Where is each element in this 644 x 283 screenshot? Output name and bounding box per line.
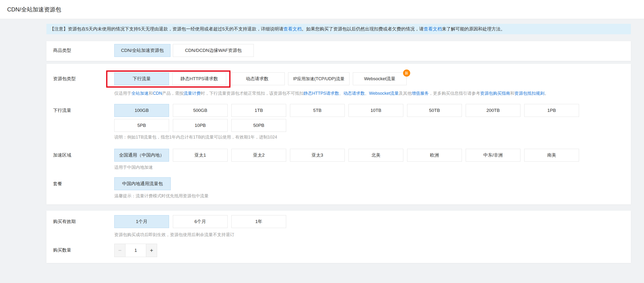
- text-segment: 【注意】资源包在5天内未使用的情况下支持5天无理由退款，资源包一经使用或者超过5…: [50, 26, 284, 32]
- inline-link[interactable]: 资源包购买指南: [480, 91, 510, 96]
- config-card: 资源包类型 下行流量 静态HTTPS请求数 动态请求数 IP应用加速(TCP/U…: [46, 64, 631, 204]
- package-type-options: 下行流量 静态HTTPS请求数 动态请求数 IP应用加速(TCP/UDP)流量 …: [114, 72, 407, 85]
- text-segment: ，更多购买信息指引请参考: [429, 91, 480, 96]
- option-region-south-america[interactable]: 南美: [524, 149, 579, 162]
- notice-bar: 【注意】资源包在5天内未使用的情况下支持5天无理由退款，资源包一经使用或者超过5…: [46, 24, 631, 34]
- inline-link[interactable]: 全站加速: [132, 91, 148, 96]
- traffic-options-line2: 5PB 10PB 50PB: [114, 119, 286, 132]
- option-500gb[interactable]: 500GB: [173, 104, 228, 117]
- validity-note: 资源包购买成功后即刻生效，资源包使用后剩余流量不支持退订: [114, 232, 234, 238]
- inline-link[interactable]: 增值服务: [412, 91, 429, 96]
- text-segment: 、: [339, 91, 343, 96]
- text-segment: 产品，需按: [162, 91, 184, 96]
- option-dynamic-requests[interactable]: 动态请求数: [230, 72, 285, 85]
- option-region-apac3[interactable]: 亚太3: [290, 149, 345, 162]
- package-type-description: 仅适用于全站加速和CDN产品，需按流量计费时，下行流量资源包才能正常抵扣，该资源…: [114, 90, 549, 96]
- inline-link[interactable]: 动态请求数: [343, 91, 365, 96]
- quantity-decrease-button[interactable]: −: [114, 244, 126, 257]
- plan-note: 温馨提示：流量计费模式时优先抵用资源包中流量: [114, 193, 208, 199]
- option-websocket-traffic[interactable]: Websocket流量: [353, 72, 407, 85]
- inline-link[interactable]: Websocket流量: [369, 91, 399, 96]
- app-header: CDN/全站加速资源包: [0, 0, 644, 19]
- inline-link[interactable]: 流量计费: [184, 91, 201, 96]
- option-6-months[interactable]: 6个月: [173, 215, 228, 228]
- option-100gb[interactable]: 100GB: [114, 104, 169, 117]
- text-segment: 时，下行流量资源包才能正常抵扣，该资源包不可抵扣: [201, 91, 304, 96]
- text-segment: 及其他: [399, 91, 412, 96]
- quantity-value[interactable]: 1: [126, 244, 146, 257]
- quantity-increase-button[interactable]: +: [146, 244, 157, 257]
- option-1-year[interactable]: 1年: [232, 215, 286, 228]
- option-10pb[interactable]: 10PB: [173, 119, 228, 132]
- text-segment: 来了解可能的原因和处理方法。: [442, 26, 505, 32]
- purchase-card: 购买有效期 1个月 6个月 1年 资源包购买成功后即刻生效，资源包使用后剩余流量…: [46, 211, 631, 263]
- option-1pb[interactable]: 1PB: [524, 104, 579, 117]
- row-label-quantity: 购买数量: [53, 244, 71, 256]
- inline-link[interactable]: 查看文档: [284, 26, 302, 32]
- option-region-middle-east-africa[interactable]: 中东/非洲: [466, 149, 520, 162]
- option-50tb[interactable]: 50TB: [407, 104, 462, 117]
- row-label-traffic: 下行流量: [53, 104, 71, 117]
- product-type-card: 商品类型 CDN/全站加速资源包 CDN/DCDN边缘WAF资源包: [46, 41, 631, 61]
- product-type-options: CDN/全站加速资源包 CDN/DCDN边缘WAF资源包: [114, 44, 254, 57]
- option-edge-waf-package[interactable]: CDN/DCDN边缘WAF资源包: [173, 44, 254, 57]
- traffic-options-line1: 100GB 500GB 1TB 5TB 10TB 50TB 200TB 1PB: [114, 104, 579, 117]
- text-segment: 仅适用于: [114, 91, 132, 96]
- text-segment: 和: [510, 91, 514, 96]
- row-label-validity: 购买有效期: [53, 215, 76, 228]
- page-title: CDN/全站加速资源包: [7, 0, 61, 19]
- option-1tb[interactable]: 1TB: [232, 104, 286, 117]
- plan-options: 中国内地通用流量包: [114, 177, 171, 190]
- option-static-https-requests[interactable]: 静态HTTPS请求数: [172, 72, 226, 85]
- option-cdn-dcdn-package[interactable]: CDN/全站加速资源包: [114, 44, 170, 57]
- row-label-plan: 套餐: [53, 177, 62, 190]
- text-segment: 和: [148, 91, 153, 96]
- new-badge: 新: [403, 70, 410, 77]
- row-label-region: 加速区域: [53, 149, 71, 162]
- quantity-stepper: − 1 +: [114, 244, 157, 257]
- inline-link[interactable]: 静态HTTPS请求数: [304, 91, 339, 96]
- traffic-note: 说明：例如1TB流量包，指您1年内总计有1TB的流量可以使用，有效期1年，进制1…: [114, 134, 277, 140]
- inline-link[interactable]: CDN: [153, 91, 162, 96]
- option-region-apac1[interactable]: 亚太1: [173, 149, 228, 162]
- row-label-product-type: 商品类型: [53, 44, 71, 57]
- option-china-mainland-traffic-package[interactable]: 中国内地通用流量包: [114, 177, 171, 190]
- option-5pb[interactable]: 5PB: [114, 119, 169, 132]
- region-note: 适用于中国内地加速: [114, 164, 153, 170]
- row-label-package-type: 资源包类型: [53, 72, 76, 85]
- inline-link[interactable]: 查看文档: [424, 26, 442, 32]
- option-downstream-traffic[interactable]: 下行流量: [114, 72, 169, 85]
- option-region-europe[interactable]: 欧洲: [407, 149, 462, 162]
- option-200tb[interactable]: 200TB: [466, 104, 520, 117]
- text-segment: 。: [544, 91, 549, 96]
- option-region-north-america[interactable]: 北美: [348, 149, 403, 162]
- option-10tb[interactable]: 10TB: [348, 104, 403, 117]
- text-segment: 、: [365, 91, 369, 96]
- validity-options: 1个月 6个月 1年: [114, 215, 286, 228]
- option-region-china-mainland[interactable]: 全国通用（中国内地）: [114, 149, 169, 162]
- region-options: 全国通用（中国内地） 亚太1 亚太2 亚太3 北美 欧洲 中东/非洲 南美: [114, 149, 579, 162]
- option-ip-app-acceleration[interactable]: IP应用加速(TCP/UDP)流量: [288, 72, 350, 85]
- option-1-month[interactable]: 1个月: [114, 215, 169, 228]
- option-50pb[interactable]: 50PB: [232, 119, 286, 132]
- option-region-apac2[interactable]: 亚太2: [232, 149, 286, 162]
- text-segment: 。如果您购买了资源包以后仍然出现扣费或者欠费的情况，请: [302, 26, 424, 32]
- option-5tb[interactable]: 5TB: [290, 104, 345, 117]
- inline-link[interactable]: 资源包抵扣规则: [514, 91, 544, 96]
